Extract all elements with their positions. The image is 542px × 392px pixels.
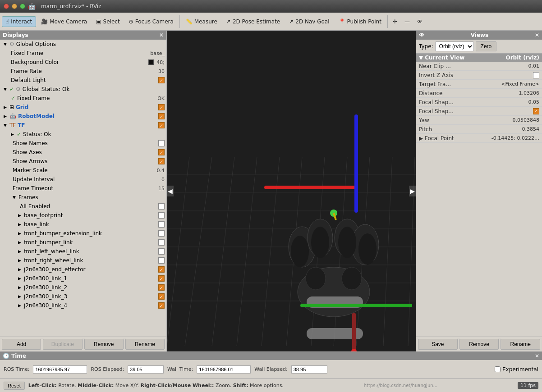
views-row-target-frame[interactable]: Target Fra… <Fixed Frame> xyxy=(416,80,542,89)
tree-item-frames[interactable]: ▼ Frames xyxy=(0,193,166,202)
fixed-frame-status-label: Fixed Frame xyxy=(17,95,156,101)
tree-item-show-names[interactable]: Show Names xyxy=(0,139,166,148)
measure-button[interactable]: 📏 Measure xyxy=(182,16,221,27)
tree-item-frame-rate[interactable]: Frame Rate 30 xyxy=(0,67,166,76)
link2-checkbox[interactable]: ✓ xyxy=(158,284,165,291)
tree-item-base-footprint[interactable]: ▶ base_footprint xyxy=(0,211,166,220)
views-row-distance[interactable]: Distance 1.03206 xyxy=(416,89,542,98)
wall-elapsed-input[interactable] xyxy=(291,365,327,374)
link1-checkbox[interactable]: ✓ xyxy=(158,275,165,282)
tree-item-front-right-wheel[interactable]: ▶ front_right_wheel_link xyxy=(0,256,166,265)
select-button[interactable]: ▣ Select xyxy=(92,16,124,27)
end-effector-checkbox[interactable]: ✓ xyxy=(158,266,165,273)
tree-item-link4[interactable]: ▶ j2n6s300_link_4 ✓ xyxy=(0,301,166,310)
views-row-near-clip[interactable]: Near Clip … 0.01 xyxy=(416,62,542,71)
front-bumper-ext-checkbox[interactable] xyxy=(158,230,165,237)
all-enabled-checkbox[interactable] xyxy=(158,203,165,210)
link4-checkbox[interactable]: ✓ xyxy=(158,302,165,309)
views-row-yaw[interactable]: Yaw 0.0503848 xyxy=(416,116,542,125)
tree-item-link1[interactable]: ▶ j2n6s300_link_1 ✓ xyxy=(0,274,166,283)
tree-item-base-link[interactable]: ▶ base_link xyxy=(0,220,166,229)
tree-item-front-bumper[interactable]: ▶ front_bumper_link xyxy=(0,238,166,247)
tree-item-show-arrows[interactable]: Show Arrows ✓ xyxy=(0,157,166,166)
tree-item-fixed-frame[interactable]: Fixed Frame base_ xyxy=(0,49,166,58)
views-save-button[interactable]: Save xyxy=(418,339,458,350)
interact-button[interactable]: ☝ Interact xyxy=(2,16,36,27)
base-link-checkbox[interactable] xyxy=(158,221,165,228)
robot-icon: 🤖 xyxy=(9,113,16,119)
zero-button[interactable]: Zero xyxy=(476,41,497,51)
base-footprint-checkbox[interactable] xyxy=(158,212,165,219)
views-close-icon[interactable]: ✕ xyxy=(535,32,539,38)
tree-item-update-interval[interactable]: Update Interval 0 xyxy=(0,175,166,184)
tree-item-all-enabled[interactable]: All Enabled xyxy=(0,202,166,211)
ros-time-label: ROS Time: xyxy=(4,366,29,372)
default-light-checkbox[interactable]: ✓ xyxy=(158,77,165,83)
ros-elapsed-input[interactable] xyxy=(128,365,164,374)
focal-shape-2-checkbox[interactable]: ✓ xyxy=(533,108,539,114)
move-camera-button[interactable]: 🎥 Move Camera xyxy=(37,16,91,27)
experimental-checkbox[interactable] xyxy=(495,366,501,372)
tree-item-end-effector[interactable]: ▶ j2n6s300_end_effector ✓ xyxy=(0,265,166,274)
ros-time-input[interactable] xyxy=(33,365,87,374)
maximize-btn[interactable] xyxy=(20,4,25,9)
plus-button[interactable]: ✛ xyxy=(390,16,400,27)
close-btn[interactable] xyxy=(4,4,9,9)
pose-estimate-button[interactable]: ↗ 2D Pose Estimate xyxy=(222,16,284,27)
tree-item-grid[interactable]: ▶ ⊞ Grid ✓ xyxy=(0,103,166,112)
viewport-nav-left[interactable]: ◀ xyxy=(167,186,174,196)
tree-item-link2[interactable]: ▶ j2n6s300_link_2 ✓ xyxy=(0,283,166,292)
grid-checkbox[interactable]: ✓ xyxy=(158,104,165,110)
tree-item-tf-status[interactable]: ▶ ✓ Status: Ok xyxy=(0,130,166,139)
eye-button[interactable]: 👁 xyxy=(414,16,426,27)
publish-point-button[interactable]: 📍 Publish Point xyxy=(335,16,386,27)
views-row-focal-shape-1[interactable]: Focal Shap… 0.05 xyxy=(416,98,542,107)
views-row-focal-shape-2[interactable]: Focal Shap… ✓ xyxy=(416,107,542,116)
tree-item-default-light[interactable]: Default Light ✓ xyxy=(0,76,166,85)
displays-buttons: Add Duplicate Remove Rename xyxy=(0,337,166,351)
nav-goal-button[interactable]: ↗ 2D Nav Goal xyxy=(285,16,333,27)
link4-label: j2n6s300_link_4 xyxy=(24,302,156,309)
add-button[interactable]: Add xyxy=(2,339,41,350)
minus-button[interactable]: — xyxy=(401,16,413,27)
tree-item-marker-scale[interactable]: Marker Scale 0.4 xyxy=(0,166,166,175)
tree-item-global-options[interactable]: ▼ ⚙ Global Options xyxy=(0,40,166,49)
tree-item-front-bumper-ext[interactable]: ▶ front_bumper_extension_link xyxy=(0,229,166,238)
invert-z-checkbox[interactable] xyxy=(533,72,539,78)
viewport[interactable]: ◀ ▶ xyxy=(167,31,416,351)
tree-item-frame-timeout[interactable]: Frame Timeout 15 xyxy=(0,184,166,193)
tree-item-front-left-wheel[interactable]: ▶ front_left_wheel_link xyxy=(0,247,166,256)
views-remove-button[interactable]: Remove xyxy=(459,339,499,350)
show-axes-checkbox[interactable]: ✓ xyxy=(158,149,165,155)
tree-item-global-status[interactable]: ▼ ✓ ⚙ Global Status: Ok xyxy=(0,85,166,94)
reset-button[interactable]: Reset xyxy=(4,382,25,390)
focus-camera-button[interactable]: ⊕ Focus Camera xyxy=(125,16,178,27)
views-row-invert-z[interactable]: Invert Z Axis xyxy=(416,71,542,80)
tree-item-tf[interactable]: ▼ TF TF ✓ xyxy=(0,121,166,130)
link3-checkbox[interactable]: ✓ xyxy=(158,293,165,300)
views-rename-button[interactable]: Rename xyxy=(501,339,540,350)
robot-model-checkbox[interactable]: ✓ xyxy=(158,113,165,119)
tf-checkbox[interactable]: ✓ xyxy=(158,122,165,128)
front-bumper-checkbox[interactable] xyxy=(158,239,165,246)
tree-item-robot-model[interactable]: ▶ 🤖 RobotModel ✓ xyxy=(0,112,166,121)
front-left-wheel-checkbox[interactable] xyxy=(158,248,165,255)
tree-item-background-color[interactable]: Background Color 48; xyxy=(0,58,166,67)
tree-item-link3[interactable]: ▶ j2n6s300_link_3 ✓ xyxy=(0,292,166,301)
show-names-checkbox[interactable] xyxy=(158,140,165,146)
front-right-wheel-checkbox[interactable] xyxy=(158,257,165,264)
rename-button[interactable]: Rename xyxy=(125,339,165,350)
wall-time-input[interactable] xyxy=(197,365,251,374)
viewport-nav-right[interactable]: ▶ xyxy=(409,186,416,196)
views-row-pitch[interactable]: Pitch 0.3854 xyxy=(416,125,542,134)
displays-close-icon[interactable]: ✕ xyxy=(159,32,164,38)
show-arrows-checkbox[interactable]: ✓ xyxy=(158,158,165,164)
remove-button[interactable]: Remove xyxy=(84,339,124,350)
timebar-close-icon[interactable]: ✕ xyxy=(535,353,539,359)
views-type-select[interactable]: Orbit (rviz) xyxy=(435,41,474,51)
duplicate-button[interactable]: Duplicate xyxy=(43,339,82,350)
views-row-focal-point[interactable]: ▶ Focal Point -0.14425; 0.0222… xyxy=(416,134,542,143)
minimize-btn[interactable] xyxy=(12,4,17,9)
tree-item-show-axes[interactable]: Show Axes ✓ xyxy=(0,148,166,157)
tree-item-fixed-frame-status[interactable]: ✓ Fixed Frame OK xyxy=(0,94,166,103)
